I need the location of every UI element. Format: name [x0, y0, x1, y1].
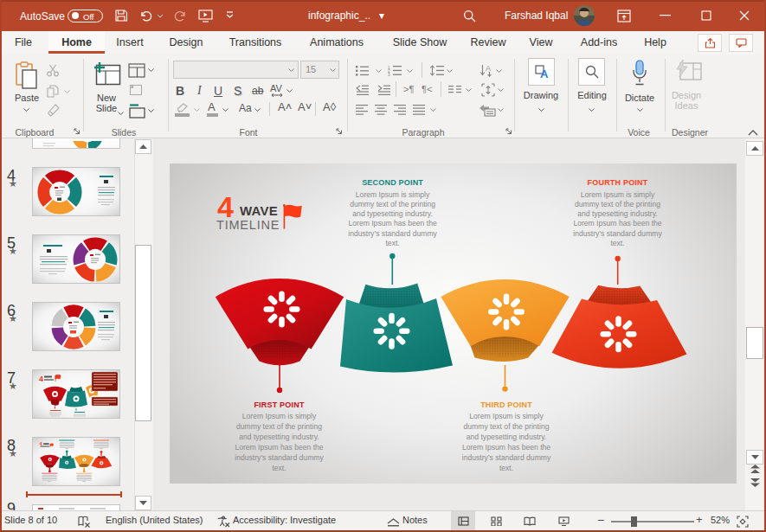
svg-text:4: 4 — [39, 440, 42, 446]
svg-text:3: 3 — [388, 73, 390, 76]
svg-text:A: A — [540, 67, 549, 79]
svg-text:4: 4 — [39, 375, 43, 383]
svg-text:A: A — [486, 64, 491, 73]
